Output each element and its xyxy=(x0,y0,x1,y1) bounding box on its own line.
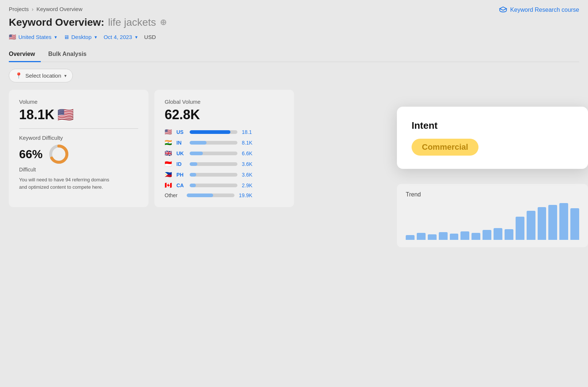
device-label: Desktop xyxy=(71,34,92,40)
trend-chart xyxy=(406,203,579,240)
tab-overview[interactable]: Overview xyxy=(9,47,41,62)
country-flag-icon: 🇬🇧 xyxy=(165,150,173,157)
breadcrumb: Projects › Keyword Overview xyxy=(9,6,579,12)
trend-bar xyxy=(460,231,469,240)
trend-bar xyxy=(428,234,437,240)
country-bar-container xyxy=(190,184,237,187)
filter-bar: 🇺🇸 United States ▼ 🖥 Desktop ▼ Oct 4, 20… xyxy=(9,33,579,40)
page-title-keyword: life jackets xyxy=(108,17,156,28)
country-row: 🇬🇧UK6.6K xyxy=(165,150,284,157)
page-title-prefix: Keyword Overview: xyxy=(9,17,104,28)
currency-label: USD xyxy=(144,34,156,40)
country-label: United States xyxy=(18,34,51,40)
select-location-chevron-icon: ▾ xyxy=(64,73,67,78)
country-rows: 🇺🇸US18.1🇮🇳IN8.1K🇬🇧UK6.6K🇮🇩ID3.6K🇵🇭PH3.6K… xyxy=(165,128,284,189)
trend-bar xyxy=(417,233,426,240)
trend-label: Trend xyxy=(406,191,579,198)
country-code-label: UK xyxy=(176,150,187,156)
country-row: 🇵🇭PH3.6K xyxy=(165,171,284,178)
country-flag-icon: 🇺🇸 xyxy=(165,128,173,135)
tabs: Overview Bulk Analysis xyxy=(9,47,579,62)
kd-value-row: 66% xyxy=(19,144,138,164)
country-code-label: ID xyxy=(176,161,187,167)
country-row: 🇮🇩ID3.6K xyxy=(165,160,284,167)
volume-value: 18.1K 🇺🇸 xyxy=(19,107,138,123)
course-icon xyxy=(499,6,507,14)
date-chevron-icon: ▼ xyxy=(134,35,138,39)
country-row: 🇮🇳IN8.1K xyxy=(165,139,284,146)
global-volume-card: Global Volume 62.8K 🇺🇸US18.1🇮🇳IN8.1K🇬🇧UK… xyxy=(154,90,294,207)
kd-description: You will need to have 94 referring domai… xyxy=(19,176,115,191)
country-bar-container xyxy=(190,173,237,177)
country-bar-container xyxy=(190,152,237,155)
country-bar-fill xyxy=(190,184,196,187)
country-filter[interactable]: 🇺🇸 United States ▼ xyxy=(9,33,58,40)
device-chevron-icon: ▼ xyxy=(94,35,98,39)
other-bar-container xyxy=(187,194,234,197)
date-filter[interactable]: Oct 4, 2023 ▼ xyxy=(104,34,138,40)
kd-value: 66% xyxy=(19,148,43,161)
trend-bar xyxy=(450,234,459,240)
trend-bar xyxy=(439,232,448,240)
course-link[interactable]: Keyword Research course xyxy=(499,6,579,14)
country-bar-container xyxy=(190,130,237,134)
kd-difficulty-label: Difficult xyxy=(19,167,138,173)
country-chevron-icon: ▼ xyxy=(54,35,58,39)
country-code-label: CA xyxy=(176,182,187,188)
country-value-label: 6.6K xyxy=(242,150,252,156)
date-label: Oct 4, 2023 xyxy=(104,34,132,40)
other-bar-fill xyxy=(187,194,213,197)
country-code-label: IN xyxy=(176,140,187,146)
tab-bulk-analysis[interactable]: Bulk Analysis xyxy=(48,47,92,62)
intent-badge: Commercial xyxy=(412,139,478,156)
kd-label: Keyword Difficulty xyxy=(19,135,138,141)
select-location-button[interactable]: 📍 Select location ▾ xyxy=(9,69,73,82)
trend-section: Trend xyxy=(397,184,588,247)
trend-bar xyxy=(494,228,502,240)
country-row: 🇺🇸US18.1 xyxy=(165,128,284,135)
country-bar-fill xyxy=(190,141,207,145)
other-label: Other xyxy=(165,192,184,198)
country-bar-fill xyxy=(190,162,197,166)
trend-bar xyxy=(505,229,513,240)
intent-popup: Intent Commercial xyxy=(397,107,588,169)
volume-label: Volume xyxy=(19,99,138,105)
breadcrumb-separator: › xyxy=(32,6,33,12)
trend-bar xyxy=(538,207,546,240)
trend-bar xyxy=(516,217,524,240)
country-value-label: 3.6K xyxy=(242,161,252,167)
trend-bar xyxy=(406,235,415,240)
page-wrapper: Projects › Keyword Overview Keyword Rese… xyxy=(0,0,588,387)
trend-bar xyxy=(559,203,568,240)
course-label: Keyword Research course xyxy=(510,7,579,13)
global-volume-label: Global Volume xyxy=(165,99,284,105)
device-filter[interactable]: 🖥 Desktop ▼ xyxy=(64,34,98,40)
kd-donut-chart xyxy=(49,144,69,164)
country-flag: 🇺🇸 xyxy=(9,33,16,40)
trend-bar xyxy=(527,211,535,240)
volume-kd-card: Volume 18.1K 🇺🇸 Keyword Difficulty 66% D… xyxy=(9,90,148,207)
country-value-label: 18.1 xyxy=(242,129,252,135)
country-flag-icon: 🇮🇩 xyxy=(165,160,173,167)
country-value-label: 8.1K xyxy=(242,140,252,146)
country-value-label: 2.9K xyxy=(242,182,252,188)
country-bar-container xyxy=(190,141,237,145)
country-row: 🇨🇦CA2.9K xyxy=(165,182,284,189)
country-flag-icon: 🇨🇦 xyxy=(165,182,173,189)
card-divider xyxy=(19,128,138,129)
breadcrumb-projects[interactable]: Projects xyxy=(9,6,29,12)
other-value: 19.9K xyxy=(239,192,252,198)
add-keyword-icon[interactable]: ⊕ xyxy=(160,18,166,27)
breadcrumb-current: Keyword Overview xyxy=(36,6,82,12)
country-bar-fill xyxy=(190,130,230,134)
country-value-label: 3.6K xyxy=(242,172,252,178)
select-location-label: Select location xyxy=(25,72,61,79)
country-bar-fill xyxy=(190,173,196,177)
country-flag-icon: 🇵🇭 xyxy=(165,171,173,178)
country-code-label: PH xyxy=(176,172,187,178)
intent-label: Intent xyxy=(412,120,573,131)
volume-flag: 🇺🇸 xyxy=(57,107,74,123)
country-code-label: US xyxy=(176,129,187,135)
trend-bar xyxy=(548,205,557,240)
trend-bar xyxy=(483,230,491,240)
